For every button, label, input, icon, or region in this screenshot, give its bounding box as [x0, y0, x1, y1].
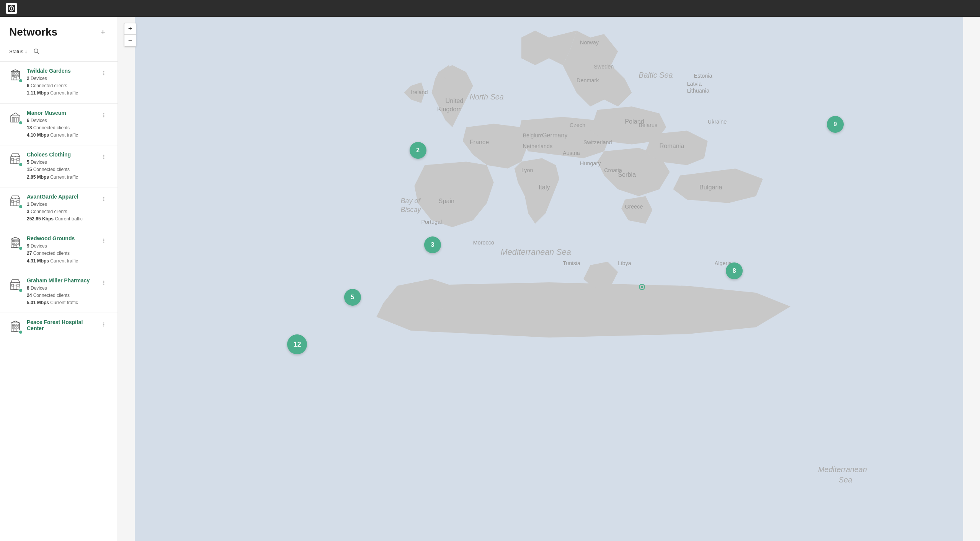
- svg-text:Morocco: Morocco: [473, 240, 494, 246]
- svg-rect-10: [14, 78, 17, 80]
- svg-rect-44: [12, 243, 14, 244]
- network-item-redwood-grounds[interactable]: Redwood Grounds 9 Devices 27 Connected c…: [0, 229, 118, 271]
- svg-rect-62: [15, 324, 16, 326]
- svg-rect-43: [17, 240, 18, 242]
- svg-point-31: [103, 155, 105, 156]
- cluster-spain-south[interactable]: 12: [287, 334, 307, 354]
- svg-text:Bay of: Bay of: [400, 197, 421, 205]
- network-item-manor-museum[interactable]: Manor Museum 6 Devices 18 Connected clie…: [0, 104, 118, 146]
- svg-text:Baltic Sea: Baltic Sea: [639, 71, 673, 79]
- network-settings-button[interactable]: [99, 152, 108, 161]
- network-settings-button[interactable]: [99, 194, 108, 204]
- filter-bar: Status ↓: [0, 43, 118, 62]
- top-bar: [0, 0, 980, 17]
- network-name: Graham Miller Pharmacy: [27, 277, 99, 284]
- network-icon: [9, 320, 21, 334]
- svg-rect-47: [14, 245, 17, 248]
- svg-text:Netherlands: Netherlands: [523, 143, 553, 149]
- svg-text:Belarus: Belarus: [639, 122, 657, 128]
- network-settings-button[interactable]: [99, 320, 108, 329]
- svg-point-25: [103, 116, 105, 117]
- logo: [6, 3, 17, 14]
- cluster-spain-north[interactable]: 5: [344, 289, 361, 306]
- sidebar-header: Networks +: [0, 17, 118, 43]
- svg-rect-34: [14, 201, 17, 206]
- network-list: Twildale Gardens 2 Devices 6 Connected c…: [0, 62, 118, 541]
- svg-text:Germany: Germany: [542, 132, 568, 139]
- svg-rect-61: [12, 324, 14, 326]
- status-dot: [18, 246, 23, 251]
- svg-rect-45: [15, 243, 16, 244]
- map-canvas: Baltic Sea North Sea Bay of Biscay Medit…: [118, 17, 980, 541]
- network-settings-button[interactable]: [99, 111, 108, 120]
- svg-rect-6: [17, 73, 18, 74]
- svg-point-51: [103, 239, 105, 240]
- network-item-choices-clothing[interactable]: Choices Clothing 5 Devices 15 Connected …: [0, 145, 118, 187]
- svg-text:Biscay: Biscay: [400, 206, 421, 213]
- network-settings-button[interactable]: [99, 278, 108, 287]
- zoom-out-button[interactable]: −: [124, 35, 136, 46]
- svg-text:Bulgaria: Bulgaria: [699, 184, 722, 191]
- cluster-uk[interactable]: 2: [410, 142, 426, 159]
- cluster-poland[interactable]: 9: [827, 116, 844, 133]
- network-icon: [9, 278, 21, 292]
- network-item-twildale-gardens[interactable]: Twildale Gardens 2 Devices 6 Connected c…: [0, 62, 118, 104]
- status-dot: [18, 288, 23, 293]
- svg-point-13: [103, 73, 105, 74]
- svg-text:Lithuania: Lithuania: [687, 88, 710, 94]
- svg-text:Belgium: Belgium: [523, 132, 543, 139]
- svg-text:Spain: Spain: [439, 197, 454, 204]
- network-item-avantgarde-apparel[interactable]: AvantGarde Apparel 1 Devices 3 Connected…: [0, 187, 118, 230]
- svg-rect-55: [11, 284, 14, 286]
- svg-rect-42: [15, 240, 16, 242]
- network-settings-button[interactable]: [99, 68, 108, 78]
- network-info: Twildale Gardens 2 Devices 6 Connected c…: [27, 68, 99, 97]
- network-meta: 2 Devices 6 Connected clients 1.11 Mbps …: [27, 75, 99, 97]
- svg-text:Ireland: Ireland: [411, 89, 428, 95]
- single-marker-italy[interactable]: [639, 284, 645, 290]
- svg-point-37: [103, 198, 105, 199]
- svg-text:France: France: [470, 139, 489, 145]
- status-filter[interactable]: Status ↓: [9, 49, 27, 54]
- svg-text:Italy: Italy: [539, 184, 550, 191]
- network-name: Manor Museum: [27, 110, 99, 116]
- svg-point-72: [103, 326, 105, 327]
- svg-text:Estonia: Estonia: [694, 73, 713, 79]
- svg-point-58: [103, 280, 105, 282]
- network-icon: [9, 152, 21, 166]
- zoom-in-button[interactable]: +: [124, 23, 136, 35]
- svg-rect-8: [15, 75, 16, 77]
- network-name: Twildale Gardens: [27, 68, 99, 74]
- svg-text:United: United: [446, 97, 464, 104]
- svg-rect-74: [135, 17, 963, 541]
- svg-text:Mediterranean Sea: Mediterranean Sea: [501, 247, 571, 257]
- svg-rect-21: [15, 117, 16, 122]
- cluster-france[interactable]: 3: [424, 236, 441, 253]
- network-meta: 6 Devices 18 Connected clients 4.10 Mbps…: [27, 117, 99, 139]
- svg-rect-67: [14, 329, 17, 331]
- svg-text:Tunisia: Tunisia: [563, 260, 581, 266]
- svg-text:Portugal: Portugal: [421, 219, 442, 225]
- page-title: Networks: [9, 26, 57, 38]
- svg-point-52: [103, 242, 105, 243]
- svg-rect-27: [14, 159, 17, 164]
- svg-rect-36: [17, 200, 19, 202]
- search-button[interactable]: [31, 46, 42, 57]
- svg-text:Norway: Norway: [580, 39, 599, 46]
- svg-rect-20: [12, 117, 14, 122]
- network-item-peace-forest-hospital[interactable]: Peace Forest Hospital Center: [0, 313, 118, 340]
- network-settings-button[interactable]: [99, 236, 108, 245]
- network-item-graham-miller-pharmacy[interactable]: Graham Miller Pharmacy 8 Devices 24 Conn…: [0, 271, 118, 313]
- cluster-balkans[interactable]: 8: [726, 262, 743, 279]
- svg-text:Czech: Czech: [570, 122, 585, 128]
- network-icon: [9, 194, 21, 208]
- svg-rect-54: [14, 285, 17, 290]
- svg-point-23: [103, 114, 105, 116]
- svg-point-30: [103, 156, 105, 158]
- svg-rect-4: [12, 73, 14, 74]
- add-network-button[interactable]: +: [98, 27, 108, 37]
- status-dot: [18, 162, 23, 167]
- svg-rect-5: [15, 73, 16, 74]
- svg-rect-46: [17, 243, 18, 244]
- network-meta: 1 Devices 3 Connected clients 252.65 Kbp…: [27, 201, 99, 223]
